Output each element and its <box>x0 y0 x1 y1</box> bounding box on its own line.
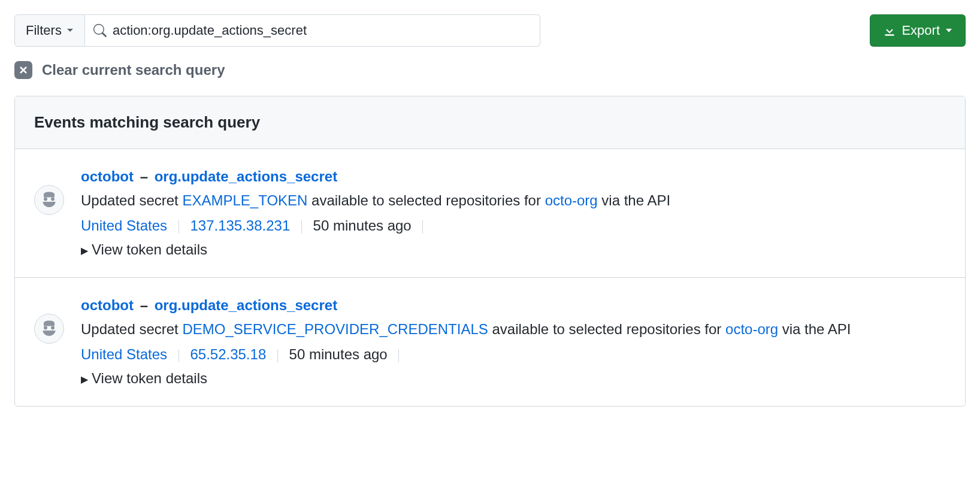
desc-prefix: Updated secret <box>81 321 182 337</box>
secret-link[interactable]: EXAMPLE_TOKEN <box>182 192 307 208</box>
meta-sep <box>301 220 302 234</box>
desc-mid: available to selected repositories for <box>307 192 545 208</box>
details-label: View token details <box>92 370 207 386</box>
event-body: octobot – org.update_actions_secret Upda… <box>81 168 946 258</box>
clear-search-button[interactable] <box>14 61 32 79</box>
location-link[interactable]: United States <box>81 217 167 234</box>
results-panel: Events matching search query octobot – o… <box>14 96 966 407</box>
filters-label: Filters <box>26 23 62 38</box>
octobot-icon <box>38 189 60 211</box>
desc-mid: available to selected repositories for <box>488 321 725 337</box>
event-meta: United States 65.52.35.18 50 minutes ago <box>81 346 946 363</box>
disclosure-triangle-icon: ▶ <box>81 245 88 256</box>
desc-prefix: Updated secret <box>81 192 182 208</box>
avatar[interactable] <box>34 185 64 215</box>
svg-point-2 <box>44 326 47 330</box>
export-button[interactable]: Export <box>870 14 966 47</box>
svg-point-0 <box>44 198 47 201</box>
octobot-icon <box>38 318 60 340</box>
location-link[interactable]: United States <box>81 346 167 362</box>
event-row: octobot – org.update_actions_secret Upda… <box>15 149 965 278</box>
event-meta: United States 137.135.38.231 50 minutes … <box>81 217 946 234</box>
search-icon <box>93 24 107 37</box>
org-link[interactable]: octo-org <box>725 321 778 337</box>
download-icon <box>884 25 896 37</box>
title-dash: – <box>140 297 148 313</box>
avatar[interactable] <box>34 314 64 344</box>
export-label: Export <box>902 23 940 38</box>
desc-suffix: via the API <box>778 321 851 337</box>
meta-sep <box>179 220 179 234</box>
disclosure-triangle-icon: ▶ <box>81 374 88 385</box>
results-header: Events matching search query <box>15 96 965 149</box>
event-title: octobot – org.update_actions_secret <box>81 168 946 185</box>
title-dash: – <box>140 168 148 184</box>
chevron-down-icon <box>66 28 74 33</box>
org-link[interactable]: octo-org <box>545 192 598 208</box>
event-body: octobot – org.update_actions_secret Upda… <box>81 297 946 387</box>
filters-button[interactable]: Filters <box>14 14 85 47</box>
clear-search-row: Clear current search query <box>14 61 966 79</box>
event-row: octobot – org.update_actions_secret Upda… <box>15 278 965 406</box>
timestamp: 50 minutes ago <box>289 346 388 362</box>
caret-down-icon <box>946 29 952 32</box>
action-link[interactable]: org.update_actions_secret <box>155 168 337 184</box>
meta-sep <box>277 349 278 362</box>
timestamp: 50 minutes ago <box>313 217 412 234</box>
desc-suffix: via the API <box>598 192 670 208</box>
meta-sep <box>422 220 423 234</box>
meta-sep <box>179 349 179 362</box>
ip-link[interactable]: 137.135.38.231 <box>190 217 290 234</box>
event-description: Updated secret DEMO_SERVICE_PROVIDER_CRE… <box>81 319 946 340</box>
svg-point-1 <box>51 198 55 201</box>
toolbar: Filters Export <box>14 14 966 47</box>
clear-search-label[interactable]: Clear current search query <box>42 62 225 78</box>
event-description: Updated secret EXAMPLE_TOKEN available t… <box>81 190 946 211</box>
ip-link[interactable]: 65.52.35.18 <box>190 346 266 362</box>
close-icon <box>19 65 28 75</box>
event-title: octobot – org.update_actions_secret <box>81 297 946 314</box>
search-field-wrap[interactable] <box>85 14 540 47</box>
meta-sep <box>398 349 399 362</box>
secret-link[interactable]: DEMO_SERVICE_PROVIDER_CREDENTIALS <box>182 321 488 337</box>
action-link[interactable]: org.update_actions_secret <box>155 297 337 313</box>
actor-link[interactable]: octobot <box>81 297 134 313</box>
search-input[interactable] <box>113 23 531 38</box>
view-token-details-toggle[interactable]: ▶View token details <box>81 241 946 258</box>
actor-link[interactable]: octobot <box>81 168 134 184</box>
svg-point-3 <box>51 326 55 330</box>
view-token-details-toggle[interactable]: ▶View token details <box>81 370 946 387</box>
details-label: View token details <box>92 241 207 257</box>
